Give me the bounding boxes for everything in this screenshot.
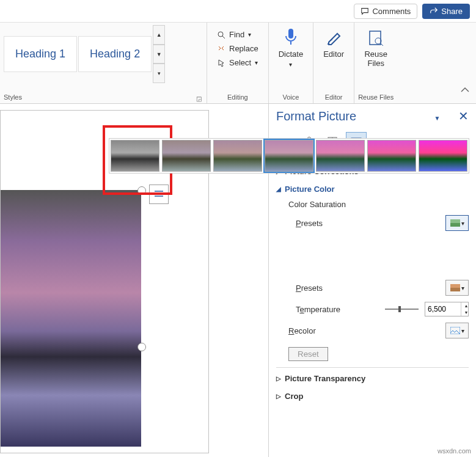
- svg-line-1: [222, 36, 225, 38]
- reset-button[interactable]: Reset: [288, 347, 328, 361]
- reuse-files-icon: [367, 27, 384, 47]
- recolor-label: Recolor: [288, 326, 316, 335]
- chevron-down-icon: ▾: [461, 285, 464, 291]
- style-heading-1[interactable]: Heading 1: [4, 36, 77, 72]
- svg-rect-11: [450, 223, 460, 227]
- spin-up[interactable]: ▲: [461, 302, 471, 309]
- temperature-input[interactable]: [425, 302, 461, 316]
- preset-thumb-icon: [450, 219, 460, 227]
- chevron-down-icon: ▾: [248, 31, 251, 38]
- cursor-icon: [217, 59, 225, 67]
- styles-scroll-up[interactable]: ▲: [153, 25, 165, 45]
- comment-icon: [361, 7, 369, 15]
- find-label: Find: [229, 30, 244, 39]
- preset-thumb-icon: [450, 284, 460, 291]
- reuse-files-button[interactable]: Reuse Files: [358, 25, 394, 70]
- styles-group-label: Styles: [4, 92, 22, 102]
- saturation-preset-5[interactable]: [367, 140, 416, 172]
- saturation-preset-0[interactable]: [111, 140, 159, 172]
- svg-rect-13: [450, 288, 460, 291]
- saturation-preset-2[interactable]: [213, 140, 262, 172]
- share-icon: [430, 7, 438, 15]
- dictate-label: Dictate: [279, 49, 303, 59]
- layout-options-button[interactable]: [149, 185, 169, 204]
- select-button[interactable]: Select ▾: [216, 57, 260, 68]
- transparency-label: Picture Transparency: [285, 374, 365, 383]
- expand-icon: ▷: [276, 393, 281, 400]
- pane-title: Format Picture: [276, 109, 356, 123]
- editor-icon: [325, 27, 342, 47]
- reuse-label: Reuse Files: [364, 49, 387, 68]
- editor-button[interactable]: Editor: [317, 25, 350, 61]
- mic-icon: [283, 27, 299, 47]
- picture-color-label: Picture Color: [285, 185, 335, 194]
- picture-transparency-header[interactable]: ▷ Picture Transparency: [276, 371, 469, 386]
- editor-group-label: Editor: [317, 92, 350, 102]
- saturation-presets-dropdown[interactable]: ▾: [445, 215, 469, 231]
- svg-point-0: [218, 32, 223, 37]
- temp-presets-label: Presets: [296, 283, 323, 293]
- voice-group-label: Voice: [273, 92, 309, 102]
- layout-icon: [153, 189, 164, 200]
- chevron-down-icon: ▾: [461, 220, 464, 227]
- picture-icon: [450, 327, 460, 334]
- watermark: wsxdn.com: [438, 447, 471, 455]
- find-button[interactable]: Find ▾: [216, 29, 260, 40]
- resize-handle[interactable]: [137, 186, 146, 195]
- replace-label: Replace: [229, 44, 258, 53]
- saturation-preset-4[interactable]: [316, 140, 365, 172]
- temperature-label: Temperature: [296, 305, 340, 314]
- style-heading-2[interactable]: Heading 2: [78, 36, 152, 72]
- collapse-icon: ◢: [276, 186, 281, 192]
- chevron-down-icon: ▾: [461, 327, 464, 334]
- recolor-dropdown[interactable]: ▾: [445, 323, 469, 338]
- picture-color-header[interactable]: ◢ Picture Color: [276, 182, 469, 196]
- chevron-down-icon: ▾: [289, 61, 292, 68]
- styles-dialog-launcher[interactable]: ◲: [196, 95, 202, 102]
- chevron-down-icon: ▾: [255, 59, 258, 66]
- expand-icon: ▷: [276, 375, 281, 382]
- resize-handle[interactable]: [137, 343, 146, 351]
- dictate-button[interactable]: Dictate ▾: [273, 25, 309, 70]
- editing-group-label: Editing: [211, 92, 265, 102]
- selected-picture[interactable]: [1, 190, 141, 447]
- temperature-presets-dropdown[interactable]: ▾: [445, 280, 469, 296]
- temperature-slider[interactable]: [385, 309, 419, 310]
- crop-label: Crop: [285, 392, 303, 401]
- share-button[interactable]: Share: [422, 4, 470, 19]
- saturation-presets-label: PPresetsresets: [296, 219, 323, 228]
- styles-more[interactable]: ▾: [153, 64, 165, 83]
- share-label: Share: [441, 7, 463, 16]
- reuse-group-label: Reuse Files: [358, 92, 394, 102]
- saturation-preset-3[interactable]: [265, 140, 313, 172]
- saturation-presets-gallery: [109, 138, 469, 174]
- saturation-preset-1[interactable]: [162, 140, 211, 172]
- temperature-spinner[interactable]: ▲ ▼: [425, 302, 469, 316]
- color-saturation-label: Color Saturation: [288, 200, 469, 209]
- comments-label: Comments: [372, 7, 411, 16]
- pane-options-button[interactable]: ▼: [434, 115, 441, 122]
- saturation-preset-6[interactable]: [419, 140, 467, 172]
- svg-rect-2: [288, 29, 293, 38]
- replace-icon: [217, 45, 225, 53]
- collapse-ribbon-button[interactable]: [460, 86, 470, 95]
- close-pane-button[interactable]: ✕: [458, 109, 469, 123]
- comments-button[interactable]: Comments: [354, 4, 417, 19]
- crop-header[interactable]: ▷ Crop: [276, 389, 469, 403]
- replace-button[interactable]: Replace: [216, 43, 260, 54]
- spin-down[interactable]: ▼: [461, 309, 471, 316]
- svg-rect-6: [158, 192, 160, 195]
- find-icon: [217, 31, 225, 39]
- editor-label: Editor: [323, 49, 344, 59]
- select-label: Select: [229, 58, 251, 67]
- styles-scroll-down[interactable]: ▼: [153, 45, 165, 64]
